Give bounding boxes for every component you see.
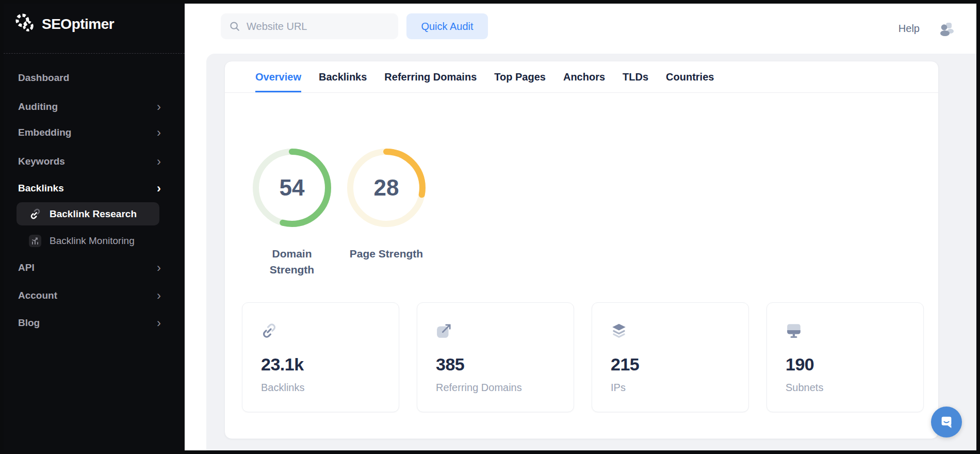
tab-backlinks[interactable]: Backlinks: [319, 61, 367, 92]
sidebar-item-account[interactable]: Account ›: [18, 285, 175, 306]
external-link-icon: [436, 322, 452, 339]
logo-text: SEOptimer: [42, 16, 114, 33]
sidebar-item-label: Blog: [18, 317, 40, 329]
tab-anchors[interactable]: Anchors: [563, 61, 605, 92]
page-strength-label: Page Strength: [348, 246, 425, 262]
monitor-icon: [786, 322, 802, 339]
referring-domains-count: 385: [436, 354, 555, 375]
link-icon: [261, 322, 277, 339]
tab-tlds[interactable]: TLDs: [623, 61, 648, 92]
ips-stat-card: 215 IPs: [592, 302, 749, 412]
sidebar: SEOptimer Dashboard Auditing › Embedding…: [4, 4, 185, 450]
chevron-right-icon: ›: [157, 317, 175, 329]
search-icon: [229, 21, 240, 32]
sidebar-item-auditing[interactable]: Auditing ›: [18, 96, 175, 117]
backlinks-count: 23.1k: [261, 354, 380, 375]
backlinks-stat-card: 23.1k Backlinks: [242, 302, 399, 412]
sidebar-item-backlink-research[interactable]: Backlink Research: [17, 202, 159, 225]
content-area: Overview Backlinks Referring Domains Top…: [185, 54, 976, 450]
sidebar-item-backlink-monitoring[interactable]: Backlink Monitoring: [17, 229, 159, 252]
sidebar-subitem-label: Backlink Monitoring: [50, 235, 135, 247]
backlink-overview-card: Overview Backlinks Referring Domains Top…: [224, 61, 939, 439]
seoptimer-logo[interactable]: SEOptimer: [14, 12, 114, 37]
sidebar-item-label: Embedding: [18, 127, 71, 138]
tab-countries[interactable]: Countries: [666, 61, 714, 92]
sidebar-item-label: Account: [18, 290, 57, 301]
sidebar-item-dashboard[interactable]: Dashboard: [18, 68, 175, 88]
referring-domains-label: Referring Domains: [436, 382, 555, 394]
gear-logo-icon: [14, 12, 37, 37]
chevron-right-icon: ›: [157, 182, 175, 194]
sidebar-item-backlinks[interactable]: Backlinks ›: [18, 178, 175, 199]
chart-monitor-icon: [29, 235, 41, 247]
sidebar-item-label: Dashboard: [18, 72, 69, 84]
quick-audit-button[interactable]: Quick Audit: [406, 13, 488, 39]
tab-top-pages[interactable]: Top Pages: [494, 61, 546, 92]
link-icon: [29, 208, 41, 220]
stats-row: 23.1k Backlinks: [242, 302, 924, 412]
app-window: SEOptimer Dashboard Auditing › Embedding…: [4, 4, 976, 450]
chevron-right-icon: ›: [157, 155, 175, 168]
users-icon: [938, 21, 955, 37]
chat-widget-button[interactable]: [931, 407, 962, 437]
tab-referring-domains[interactable]: Referring Domains: [384, 61, 477, 92]
referring-domains-stat-card: 385 Referring Domains: [417, 302, 574, 412]
search-input[interactable]: [247, 21, 390, 33]
subnets-stat-card: 190 Subnets: [766, 302, 924, 412]
ips-label: IPs: [611, 382, 730, 394]
sidebar-item-embedding[interactable]: Embedding ›: [18, 122, 175, 143]
domain-strength-gauge: 54: [252, 148, 332, 228]
sidebar-item-label: Keywords: [18, 156, 65, 167]
chat-bubble-icon: [939, 414, 954, 430]
sidebar-item-label: Backlinks: [18, 183, 64, 194]
sidebar-item-api[interactable]: API ›: [18, 257, 175, 278]
help-link[interactable]: Help: [899, 4, 920, 54]
sidebar-item-label: Auditing: [18, 101, 58, 112]
tab-overview[interactable]: Overview: [255, 61, 301, 92]
topbar: Quick Audit Help: [185, 4, 976, 54]
domain-strength-label: Domain Strength: [253, 246, 331, 278]
ips-count: 215: [611, 354, 730, 375]
subnets-label: Subnets: [786, 382, 905, 394]
user-menu[interactable]: [938, 4, 955, 54]
chevron-right-icon: ›: [157, 126, 175, 139]
subnets-count: 190: [786, 354, 905, 375]
sidebar-item-label: API: [18, 262, 35, 273]
website-url-search: [221, 13, 398, 39]
tab-bar: Overview Backlinks Referring Domains Top…: [225, 61, 938, 93]
chevron-right-icon: ›: [157, 101, 175, 113]
chevron-right-icon: ›: [157, 289, 175, 302]
domain-strength-value: 54: [252, 148, 332, 228]
backlinks-label: Backlinks: [261, 382, 380, 394]
sidebar-item-keywords[interactable]: Keywords ›: [18, 151, 175, 172]
chevron-right-icon: ›: [157, 262, 175, 274]
page-strength-value: 28: [346, 148, 427, 228]
content-background-panel: Overview Backlinks Referring Domains Top…: [206, 54, 976, 450]
help-label: Help: [899, 23, 920, 35]
sidebar-subitem-label: Backlink Research: [50, 208, 137, 220]
sidebar-divider: [4, 53, 185, 54]
sidebar-item-blog[interactable]: Blog ›: [18, 313, 175, 333]
layers-icon: [611, 322, 627, 339]
page-strength-gauge: 28: [346, 148, 427, 228]
